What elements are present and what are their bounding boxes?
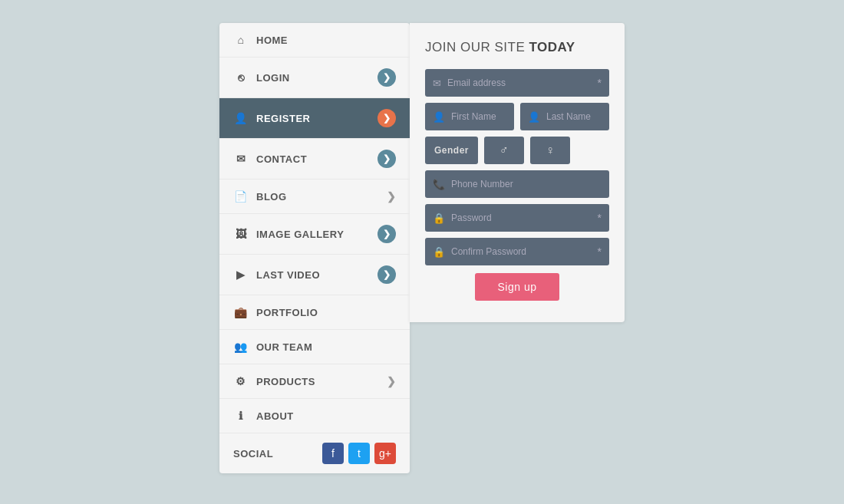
password-required: * — [598, 212, 602, 224]
confirm-password-group: 🔒 * — [425, 238, 609, 265]
sidebar: ⌂ HOME ⎋ LOGIN ❯ 👤 REGISTER ❯ ✉ CONTACT … — [219, 23, 410, 473]
name-row: 👤 👤 — [425, 103, 609, 130]
image-gallery-icon: 🖼 — [233, 228, 249, 240]
panel-title-prefix: JOIN OUR SITE — [425, 40, 529, 54]
our-team-icon: 👥 — [233, 341, 249, 353]
lastname-icon: 👤 — [528, 111, 540, 123]
sidebar-label-blog: BLOG — [256, 191, 387, 203]
signup-button[interactable]: Sign up — [475, 273, 560, 301]
phone-group: 📞 — [425, 170, 609, 198]
firstname-icon: 👤 — [433, 111, 445, 123]
gender-text: Gender — [434, 145, 469, 156]
image-gallery-arrow: ❯ — [377, 225, 396, 243]
sidebar-item-home[interactable]: ⌂ HOME — [219, 23, 410, 58]
register-arrow: ❯ — [377, 109, 396, 127]
panel-title: JOIN OUR SITE TODAY — [425, 40, 609, 55]
blog-icon: 📄 — [233, 190, 249, 203]
about-icon: ℹ — [233, 410, 249, 422]
firstname-wrap: 👤 — [425, 103, 514, 130]
register-icon: 👤 — [233, 112, 249, 124]
contact-icon: ✉ — [233, 153, 249, 165]
confirm-password-input-wrap: 🔒 * — [425, 238, 609, 265]
sidebar-item-contact[interactable]: ✉ CONTACT ❯ — [219, 139, 410, 180]
sidebar-item-login[interactable]: ⎋ LOGIN ❯ — [219, 58, 410, 98]
blog-arrow: ❯ — [387, 190, 397, 203]
googleplus-icon[interactable]: g+ — [374, 443, 396, 464]
gender-label-btn[interactable]: Gender — [425, 137, 478, 164]
portfolio-icon: 💼 — [233, 306, 249, 318]
password-input-wrap: 🔒 * — [425, 204, 609, 232]
sidebar-label-image-gallery: IMAGE GALLERY — [256, 229, 377, 240]
last-video-icon: ▶ — [233, 268, 249, 281]
social-icons: f t g+ — [322, 443, 396, 464]
register-panel: JOIN OUR SITE TODAY ✉ * 👤 👤 Gender — [410, 23, 625, 322]
gender-row: Gender ♂ ♀ — [425, 137, 609, 164]
sidebar-label-login: LOGIN — [256, 72, 377, 84]
sidebar-label-portfolio: PORTFOLIO — [256, 307, 396, 318]
lastname-wrap: 👤 — [520, 103, 609, 130]
phone-icon: 📞 — [433, 179, 445, 190]
twitter-icon[interactable]: t — [348, 443, 370, 464]
sidebar-label-products: PRODUCTS — [256, 376, 387, 387]
email-group: ✉ * — [425, 69, 609, 97]
sidebar-item-portfolio[interactable]: 💼 PORTFOLIO — [219, 295, 410, 330]
sidebar-label-register: REGISTER — [256, 113, 377, 124]
social-row: SOCIAL f t g+ — [219, 433, 410, 473]
phone-input-wrap: 📞 — [425, 170, 609, 198]
phone-field[interactable] — [451, 179, 602, 189]
firstname-field[interactable] — [451, 111, 506, 122]
products-arrow: ❯ — [387, 375, 397, 387]
sidebar-item-about[interactable]: ℹ ABOUT — [219, 399, 410, 433]
email-icon: ✉ — [433, 77, 441, 89]
last-video-arrow: ❯ — [377, 265, 396, 284]
sidebar-label-last-video: LAST VIDEO — [256, 269, 377, 281]
email-required: * — [598, 77, 602, 89]
facebook-icon[interactable]: f — [322, 443, 344, 464]
login-icon: ⎋ — [233, 71, 249, 84]
email-field[interactable] — [447, 77, 595, 88]
password-icon: 🔒 — [433, 212, 445, 224]
panel-title-bold: TODAY — [529, 40, 575, 54]
confirm-password-field[interactable] — [451, 246, 595, 257]
sidebar-item-register[interactable]: 👤 REGISTER ❯ — [219, 98, 410, 139]
sidebar-label-contact: CONTACT — [256, 153, 377, 165]
female-icon: ♀ — [546, 143, 555, 157]
confirm-password-icon: 🔒 — [433, 246, 445, 258]
male-icon: ♂ — [499, 143, 509, 157]
page-wrapper: ⌂ HOME ⎋ LOGIN ❯ 👤 REGISTER ❯ ✉ CONTACT … — [219, 23, 625, 473]
sidebar-item-our-team[interactable]: 👥 OUR TEAM — [219, 330, 410, 364]
lastname-field[interactable] — [546, 111, 602, 122]
sidebar-label-about: ABOUT — [256, 410, 396, 422]
sidebar-label-home: HOME — [256, 35, 396, 46]
gender-female-btn[interactable]: ♀ — [530, 137, 570, 164]
home-icon: ⌂ — [233, 34, 249, 46]
sidebar-label-our-team: OUR TEAM — [256, 341, 396, 353]
password-field[interactable] — [451, 212, 595, 223]
login-arrow: ❯ — [377, 68, 396, 87]
sidebar-item-last-video[interactable]: ▶ LAST VIDEO ❯ — [219, 255, 410, 295]
sidebar-item-blog[interactable]: 📄 BLOG ❯ — [219, 180, 410, 214]
confirm-required: * — [598, 245, 602, 258]
contact-arrow: ❯ — [377, 150, 396, 168]
gender-male-btn[interactable]: ♂ — [484, 137, 524, 164]
products-icon: ⚙ — [233, 375, 249, 387]
email-input-wrap: ✉ * — [425, 69, 609, 97]
sidebar-item-image-gallery[interactable]: 🖼 IMAGE GALLERY ❯ — [219, 214, 410, 255]
password-group: 🔒 * — [425, 204, 609, 232]
social-label: SOCIAL — [233, 448, 322, 460]
sidebar-item-products[interactable]: ⚙ PRODUCTS ❯ — [219, 364, 410, 399]
